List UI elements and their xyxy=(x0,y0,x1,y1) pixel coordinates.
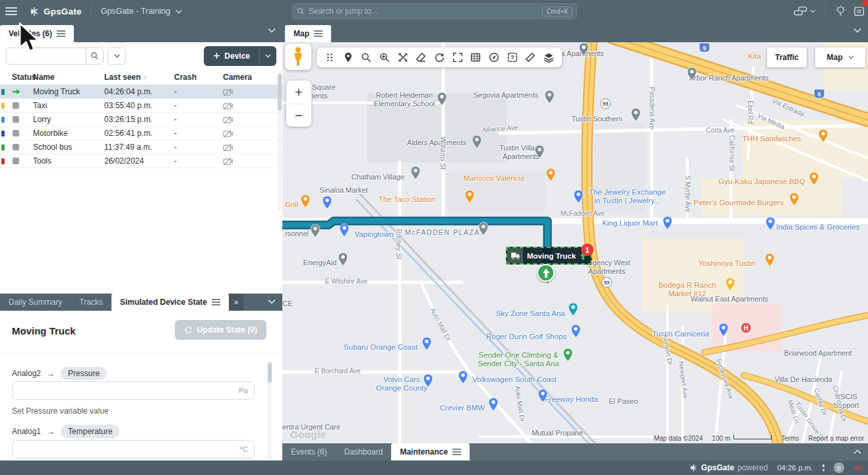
map-pin-blue[interactable] xyxy=(765,216,776,230)
map-canvas[interactable]: Las Casas ApartmentsArbor Ranch Apartmen… xyxy=(282,42,868,443)
map-pin-blue[interactable] xyxy=(488,397,499,411)
table-row[interactable]: Tools26/02/2024- xyxy=(0,154,282,168)
map-pin-teal[interactable] xyxy=(568,302,578,316)
table-row[interactable]: Lorry03:26:15 p.m.- xyxy=(0,113,282,127)
map-pin-orange[interactable] xyxy=(809,172,819,185)
map-pin-gray[interactable] xyxy=(534,144,545,158)
scrollbar-thumb[interactable] xyxy=(268,363,272,383)
map-pin-blue[interactable] xyxy=(458,370,468,384)
map-pin-gray[interactable] xyxy=(310,224,321,238)
terms-link[interactable]: Terms xyxy=(781,435,799,442)
counter-badge[interactable]: 0 xyxy=(834,462,844,473)
zoom-in-button[interactable]: + xyxy=(286,80,311,104)
map-pin-gray[interactable] xyxy=(338,252,348,266)
map-pin-gray[interactable] xyxy=(472,135,482,148)
tab-tracks[interactable]: Tracks xyxy=(71,294,111,311)
tab-map[interactable]: Map xyxy=(285,25,331,42)
compass-icon[interactable] xyxy=(486,49,502,65)
tips-button[interactable] xyxy=(835,5,846,17)
map-pin-orange[interactable] xyxy=(545,168,556,181)
brand-logo[interactable]: GpsGate xyxy=(29,6,82,17)
tab-vehicles[interactable]: Vehicles (6) xyxy=(0,25,74,42)
map-pin-blue[interactable] xyxy=(662,216,673,230)
expand-icon[interactable] xyxy=(395,49,411,65)
grip-icon[interactable] xyxy=(322,49,338,65)
update-state-button[interactable]: Update State (0) xyxy=(175,320,266,340)
hamburger-menu-button[interactable] xyxy=(0,0,22,22)
col-name[interactable]: Name xyxy=(33,73,104,82)
expand-panel-chevron-icon[interactable] xyxy=(853,449,861,455)
table-row[interactable]: Motorbike02:56:41 p.m.- xyxy=(0,127,282,141)
global-search-input[interactable]: Search or jump to... Cmd+K xyxy=(292,3,577,19)
variable-pill[interactable]: Temperature xyxy=(61,425,119,438)
pin-icon[interactable] xyxy=(340,49,356,65)
vehicle-filter-dropdown[interactable] xyxy=(108,48,126,65)
tab-maintenance[interactable]: Maintenance xyxy=(391,443,470,460)
table-row[interactable]: Taxi03:55:40 p.m.- xyxy=(0,99,282,113)
temperature-value-input[interactable] xyxy=(13,441,254,458)
tab-daily-summary[interactable]: Daily Summary xyxy=(0,294,71,311)
map-pin-blue[interactable] xyxy=(339,223,350,237)
report-error-link[interactable]: Report a map error xyxy=(809,435,864,442)
vehicle-search-input[interactable] xyxy=(7,48,86,64)
apps-button[interactable] xyxy=(853,5,865,17)
tab-menu-icon[interactable] xyxy=(57,29,65,38)
search-plus-icon[interactable] xyxy=(377,49,392,65)
map-pin-orange[interactable] xyxy=(789,192,799,206)
map-pin-blue[interactable] xyxy=(573,189,584,203)
grid-icon[interactable] xyxy=(468,49,483,65)
tab-overflow[interactable]: » xyxy=(229,294,243,311)
collapse-panel-chevron-icon[interactable] xyxy=(853,28,861,33)
add-device-button[interactable]: Device xyxy=(204,46,259,66)
search-icon[interactable] xyxy=(358,49,374,65)
map-pin-orange[interactable] xyxy=(764,253,775,267)
map-pin-gray[interactable] xyxy=(437,92,447,106)
col-crash[interactable]: Crash xyxy=(174,73,220,82)
hospital-marker[interactable]: H xyxy=(741,323,752,334)
map-pin-blue[interactable] xyxy=(571,324,581,338)
vehicle-marker-label[interactable]: Moving Truck xyxy=(506,247,592,265)
tab-simulated-device-state[interactable]: Simulated Device State xyxy=(111,294,229,311)
map-pin-gray[interactable] xyxy=(478,222,489,236)
map-pin-blue[interactable] xyxy=(538,389,548,402)
pressure-value-input[interactable] xyxy=(13,382,254,399)
map-pin-orange[interactable] xyxy=(300,194,311,208)
map-pin-blue[interactable] xyxy=(718,323,729,336)
tab-menu-icon[interactable] xyxy=(212,298,220,307)
layers-icon[interactable] xyxy=(541,49,557,65)
map-pin-gray[interactable] xyxy=(544,90,555,104)
map-pin-gray[interactable] xyxy=(410,166,421,179)
map-pin-yellow[interactable] xyxy=(725,277,735,291)
traffic-toggle-button[interactable]: Traffic xyxy=(767,48,807,67)
map-pin-gray[interactable] xyxy=(631,108,641,121)
overflow-dots-icon[interactable] xyxy=(822,464,825,471)
scrollbar-thumb[interactable] xyxy=(278,74,282,111)
map-type-button[interactable]: Map xyxy=(815,48,865,67)
vehicle-search-button[interactable] xyxy=(86,48,103,64)
device-menu-caret[interactable] xyxy=(259,46,276,66)
variable-pill[interactable]: Pressure xyxy=(61,367,107,380)
col-camera[interactable]: Camera xyxy=(220,73,266,82)
map-pin-gray[interactable] xyxy=(687,67,697,80)
tab-menu-icon[interactable] xyxy=(452,447,461,457)
vehicle-position-marker[interactable] xyxy=(537,264,555,282)
col-status[interactable]: Status xyxy=(0,73,33,82)
rotate-icon[interactable] xyxy=(431,49,447,65)
tab-dashboard[interactable]: Dashboard xyxy=(336,443,392,460)
table-row[interactable]: Moving Truck04:26:04 p.m.- xyxy=(0,85,282,99)
traffic-menu-button[interactable] xyxy=(793,6,816,16)
select-help-icon[interactable]: ? xyxy=(505,49,520,65)
eraser-icon[interactable] xyxy=(413,49,429,65)
map-pin-gray[interactable] xyxy=(578,42,589,56)
fullscreen-icon[interactable] xyxy=(450,49,466,65)
workspace-menu[interactable]: GpsGate - Training xyxy=(101,7,183,16)
ruler-icon[interactable] xyxy=(522,49,538,65)
tab-menu-icon[interactable] xyxy=(314,29,323,38)
tab-events-6-[interactable]: Events (6) xyxy=(282,443,336,460)
map-pin-green[interactable] xyxy=(563,348,573,362)
map-pin-blue[interactable] xyxy=(322,195,332,209)
sound-muted-icon[interactable] xyxy=(853,463,864,472)
zoom-out-button[interactable]: − xyxy=(286,104,311,127)
col-last-seen[interactable]: Last seen↑ xyxy=(104,73,174,82)
street-view-pegman-button[interactable] xyxy=(285,44,311,70)
